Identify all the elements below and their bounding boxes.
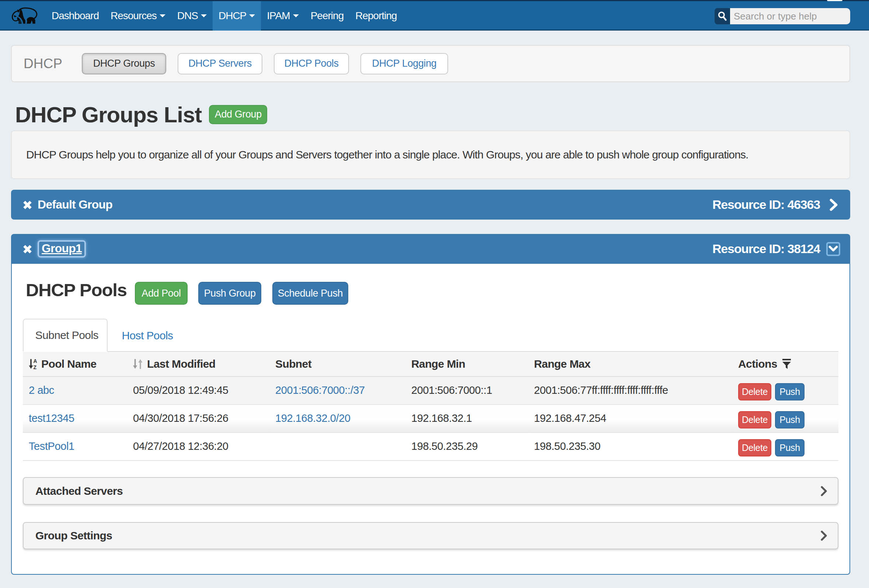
svg-text:A: A <box>33 359 37 364</box>
svg-text:Z: Z <box>33 364 37 369</box>
